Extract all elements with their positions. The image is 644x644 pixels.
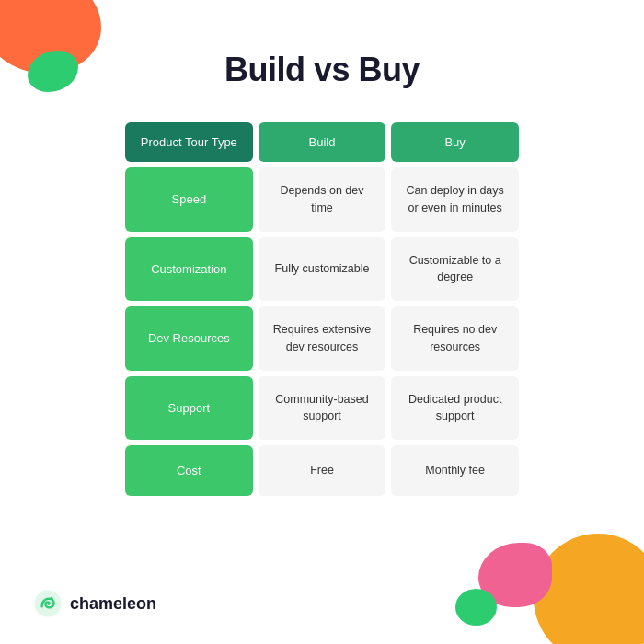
row-buy-3: Dedicated product support <box>391 376 519 441</box>
main-content: Build vs Buy Product Tour Type Build Buy… <box>0 0 644 501</box>
header-buy: Buy <box>391 122 519 162</box>
row-build-2: Requires extensive dev resources <box>259 306 386 371</box>
table-header-row: Product Tour Type Build Buy <box>125 122 519 162</box>
blob-bottom-right-orange <box>534 534 644 644</box>
header-build: Build <box>259 122 386 162</box>
table-row: CustomizationFully customizableCustomiza… <box>125 237 519 302</box>
page-title: Build vs Buy <box>224 51 420 89</box>
row-build-3: Community-based support <box>259 376 386 441</box>
row-build-0: Depends on dev time <box>259 167 386 232</box>
row-label-2: Dev Resources <box>125 306 253 371</box>
svg-point-1 <box>50 597 52 600</box>
row-buy-2: Requires no dev resources <box>391 306 519 371</box>
row-build-4: Free <box>259 445 386 496</box>
logo-text: chameleon <box>70 594 156 614</box>
header-type: Product Tour Type <box>125 122 253 162</box>
table-row: CostFreeMonthly fee <box>125 445 519 496</box>
chameleon-logo-icon <box>33 589 63 618</box>
row-label-0: Speed <box>125 167 253 232</box>
comparison-table: Product Tour Type Build Buy SpeedDepends… <box>120 117 524 501</box>
table-row: SpeedDepends on dev timeCan deploy in da… <box>125 167 519 232</box>
table-row: SupportCommunity-based supportDedicated … <box>125 376 519 441</box>
row-label-3: Support <box>125 376 253 441</box>
row-buy-4: Monthly fee <box>391 445 519 496</box>
logo-area: chameleon <box>33 589 156 618</box>
row-label-1: Customization <box>125 237 253 302</box>
blob-bottom-right-green <box>455 589 497 626</box>
row-label-4: Cost <box>125 445 253 496</box>
comparison-table-wrapper: Product Tour Type Build Buy SpeedDepends… <box>120 117 524 501</box>
table-row: Dev ResourcesRequires extensive dev reso… <box>125 306 519 371</box>
row-buy-0: Can deploy in days or even in minutes <box>391 167 519 232</box>
row-buy-1: Customizable to a degree <box>391 237 519 302</box>
row-build-1: Fully customizable <box>259 237 386 302</box>
